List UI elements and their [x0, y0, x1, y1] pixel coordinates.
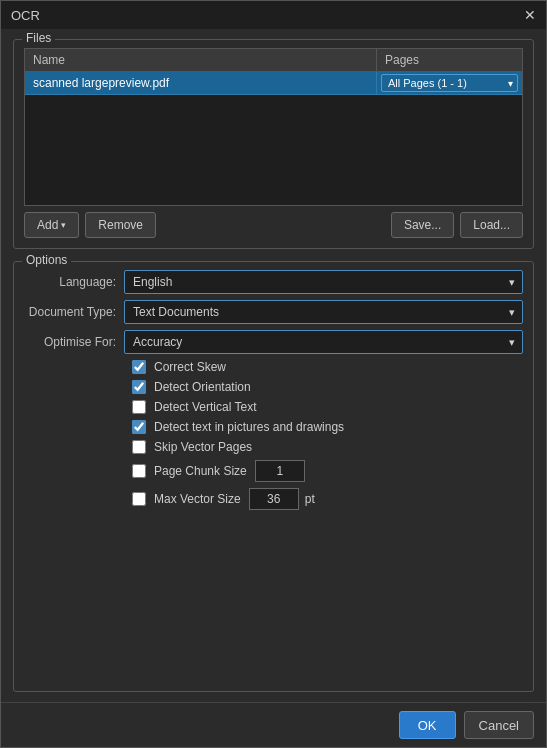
correct-skew-label: Correct Skew	[154, 360, 226, 374]
files-group-label: Files	[22, 31, 55, 45]
language-label: Language:	[24, 275, 124, 289]
dialog-title: OCR	[11, 8, 40, 23]
detect-text-pictures-label: Detect text in pictures and drawings	[154, 420, 344, 434]
detect-text-pictures-checkbox[interactable]	[132, 420, 146, 434]
skip-vector-pages-label: Skip Vector Pages	[154, 440, 252, 454]
detect-orientation-row: Detect Orientation	[24, 380, 523, 394]
optimise-for-select[interactable]: Accuracy Speed	[124, 330, 523, 354]
max-vector-size-row: Max Vector Size pt	[24, 488, 523, 510]
ok-button[interactable]: OK	[399, 711, 456, 739]
language-row: Language: English French German Spanish …	[24, 270, 523, 294]
page-chunk-size-checkbox[interactable]	[132, 464, 146, 478]
optimise-for-label: Optimise For:	[24, 335, 124, 349]
pages-select[interactable]: All Pages (1 - 1) Custom	[381, 74, 518, 92]
max-vector-size-label: Max Vector Size	[154, 492, 241, 506]
files-buttons-row: Add ▾ Remove Save... Load...	[24, 212, 523, 238]
pt-unit-label: pt	[305, 492, 315, 506]
file-name-cell: scanned largepreview.pdf	[25, 72, 377, 94]
max-vector-size-input[interactable]	[249, 488, 299, 510]
max-vector-size-checkbox[interactable]	[132, 492, 146, 506]
remove-button[interactable]: Remove	[85, 212, 156, 238]
language-select-wrapper: English French German Spanish Italian	[124, 270, 523, 294]
files-group: Files Name Pages scanned largepreview.pd…	[13, 39, 534, 249]
skip-vector-pages-row: Skip Vector Pages	[24, 440, 523, 454]
dialog-body: Files Name Pages scanned largepreview.pd…	[1, 29, 546, 702]
detect-orientation-checkbox[interactable]	[132, 380, 146, 394]
title-bar: OCR ✕	[1, 1, 546, 29]
document-type-row: Document Type: Text Documents Spreadshee…	[24, 300, 523, 324]
table-row[interactable]: scanned largepreview.pdf All Pages (1 - …	[25, 72, 522, 95]
correct-skew-checkbox[interactable]	[132, 360, 146, 374]
files-table-header: Name Pages	[25, 49, 522, 72]
page-chunk-size-label: Page Chunk Size	[154, 464, 247, 478]
save-button[interactable]: Save...	[391, 212, 454, 238]
document-type-select-wrapper: Text Documents Spreadsheet Image Only	[124, 300, 523, 324]
document-type-select[interactable]: Text Documents Spreadsheet Image Only	[124, 300, 523, 324]
detect-vertical-label: Detect Vertical Text	[154, 400, 257, 414]
optimise-for-select-wrapper: Accuracy Speed	[124, 330, 523, 354]
name-column-header: Name	[25, 49, 377, 71]
cancel-button[interactable]: Cancel	[464, 711, 534, 739]
options-group-label: Options	[22, 253, 71, 267]
add-arrow-icon: ▾	[61, 220, 66, 230]
dialog-footer: OK Cancel	[1, 702, 546, 747]
pages-column-header: Pages	[377, 49, 522, 71]
page-chunk-size-row: Page Chunk Size	[24, 460, 523, 482]
detect-text-pictures-row: Detect text in pictures and drawings	[24, 420, 523, 434]
detect-orientation-label: Detect Orientation	[154, 380, 251, 394]
skip-vector-pages-checkbox[interactable]	[132, 440, 146, 454]
page-chunk-size-input[interactable]	[255, 460, 305, 482]
files-table-container: Name Pages scanned largepreview.pdf All …	[24, 48, 523, 206]
ocr-dialog: OCR ✕ Files Name Pages scanned largeprev…	[0, 0, 547, 748]
pages-dropdown-wrapper: All Pages (1 - 1) Custom	[381, 74, 518, 92]
empty-table-area	[25, 95, 522, 205]
language-select[interactable]: English French German Spanish Italian	[124, 270, 523, 294]
options-group: Options Language: English French German …	[13, 261, 534, 692]
file-pages-cell: All Pages (1 - 1) Custom	[377, 72, 522, 94]
load-button[interactable]: Load...	[460, 212, 523, 238]
close-button[interactable]: ✕	[524, 8, 536, 22]
files-right-buttons: Save... Load...	[391, 212, 523, 238]
detect-vertical-checkbox[interactable]	[132, 400, 146, 414]
optimise-for-row: Optimise For: Accuracy Speed	[24, 330, 523, 354]
add-button[interactable]: Add ▾	[24, 212, 79, 238]
correct-skew-row: Correct Skew	[24, 360, 523, 374]
detect-vertical-row: Detect Vertical Text	[24, 400, 523, 414]
document-type-label: Document Type:	[24, 305, 124, 319]
